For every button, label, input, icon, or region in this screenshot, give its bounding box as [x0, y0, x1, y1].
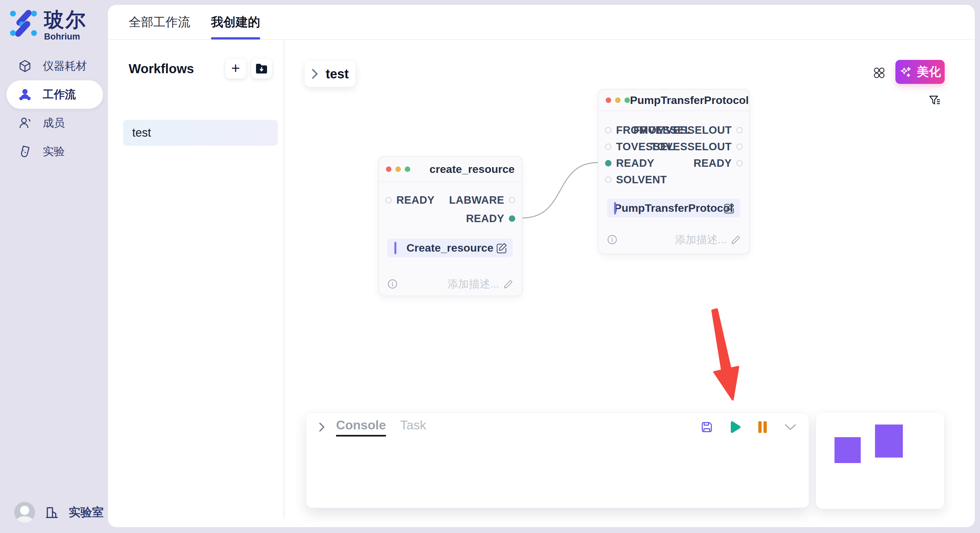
- node-title: PumpTransferProtocol: [630, 94, 749, 106]
- filter-icon[interactable]: [929, 94, 941, 106]
- node-action-label: Create_resource: [406, 241, 493, 254]
- node-action-label: PumpTransferProtocol: [614, 202, 733, 214]
- edit-icon[interactable]: [723, 202, 735, 214]
- run-button[interactable]: [728, 420, 741, 434]
- tab-task[interactable]: Task: [400, 418, 426, 436]
- building-icon: [45, 505, 59, 519]
- port-label: READY: [694, 157, 732, 169]
- sidebar-item-label: 仪器耗材: [43, 59, 87, 73]
- brand-name-zh: 玻尔: [44, 10, 87, 30]
- traffic-yellow-dot[interactable]: [615, 97, 620, 103]
- sidebar-nav: 仪器耗材 工作流 成员: [6, 52, 103, 166]
- description-placeholder[interactable]: 添加描述...: [447, 277, 499, 292]
- collapse-panel-button[interactable]: [784, 420, 797, 434]
- traffic-red-dot[interactable]: [386, 167, 391, 172]
- port-in-solvent[interactable]: [605, 176, 611, 183]
- sidebar: 玻尔 Bohrium 仪器耗材 工作流: [0, 0, 108, 533]
- description-placeholder[interactable]: 添加描述...: [675, 233, 727, 247]
- collapse-chevron-right-icon[interactable]: [318, 422, 325, 432]
- console-actions: [700, 420, 797, 434]
- traffic-green-dot[interactable]: [625, 97, 630, 103]
- avatar[interactable]: [14, 502, 35, 523]
- port-out-ready[interactable]: [736, 160, 743, 167]
- sparkles-icon: [899, 65, 912, 78]
- plus-icon: +: [231, 60, 240, 75]
- workflow-item-label: test: [132, 126, 151, 140]
- folder-import-icon: [255, 63, 268, 75]
- box-icon: [18, 59, 32, 73]
- brand-text: 玻尔 Bohrium: [44, 10, 87, 42]
- sidebar-item-label: 工作流: [43, 87, 76, 102]
- node-action-pump-transfer-protocol[interactable]: PumpTransferProtocol: [607, 199, 740, 217]
- add-workflow-button[interactable]: +: [225, 59, 246, 79]
- port-label: TOVESSELOUT: [651, 141, 732, 153]
- save-button[interactable]: [700, 420, 714, 434]
- beautify-label: 美化: [917, 64, 941, 80]
- experiment-icon: [18, 145, 32, 159]
- port-out-ready[interactable]: [509, 215, 515, 222]
- brand-logo: 玻尔 Bohrium: [10, 10, 87, 42]
- main-content: 全部工作流 我创建的 Workflows +: [108, 5, 975, 527]
- traffic-yellow-dot[interactable]: [395, 167, 401, 172]
- tab-console[interactable]: Console: [336, 418, 386, 436]
- traffic-dots: [606, 97, 630, 103]
- pill-accent-bar: [614, 202, 616, 214]
- traffic-green-dot[interactable]: [405, 167, 410, 172]
- info-icon[interactable]: [387, 279, 398, 289]
- sidebar-item-label: 实验: [43, 144, 65, 159]
- app-window: 玻尔 Bohrium 仪器耗材 工作流: [0, 0, 980, 533]
- sidebar-item-consumables[interactable]: 仪器耗材: [6, 52, 103, 80]
- node-create-resource[interactable]: create_resource READY LABWARE READY Crea…: [378, 156, 522, 296]
- pill-accent-bar: [395, 242, 396, 254]
- breadcrumb-label: test: [326, 67, 349, 81]
- traffic-red-dot[interactable]: [606, 97, 611, 103]
- node-pump-transfer-protocol[interactable]: PumpTransferProtocol FROMVESSEL FROMVESS…: [598, 89, 750, 254]
- workflow-canvas[interactable]: test 美化: [284, 40, 975, 527]
- node-title: create_resource: [430, 163, 515, 176]
- beautify-button[interactable]: 美化: [896, 60, 945, 84]
- brand-name-en: Bohrium: [44, 32, 87, 42]
- edit-icon[interactable]: [496, 242, 508, 254]
- workflow-list-item-test[interactable]: test: [123, 120, 278, 146]
- workspace-label[interactable]: 实验室: [69, 504, 104, 520]
- pause-icon: [757, 420, 768, 434]
- pencil-icon[interactable]: [504, 279, 513, 289]
- chevron-right-icon: [312, 68, 318, 79]
- tab-created-by-me[interactable]: 我创建的: [211, 5, 260, 40]
- tab-all-workflows[interactable]: 全部工作流: [129, 5, 190, 40]
- workflow-list-panel: Workflows + test: [108, 40, 283, 527]
- info-icon[interactable]: [607, 235, 617, 245]
- port-label: LABWARE: [449, 194, 504, 206]
- workflow-icon: [18, 88, 32, 102]
- play-icon: [728, 420, 741, 434]
- pause-button[interactable]: [756, 420, 769, 434]
- port-out-fromvesselout[interactable]: [736, 127, 743, 133]
- node-action-create-resource[interactable]: Create_resource: [387, 239, 513, 257]
- port-label: READY: [466, 213, 504, 225]
- bohrium-logo-icon: [10, 10, 37, 37]
- sidebar-item-label: 成员: [43, 116, 65, 130]
- port-out-tovesselout[interactable]: [736, 143, 743, 150]
- sidebar-item-workflows[interactable]: 工作流: [6, 80, 103, 109]
- workflow-breadcrumb[interactable]: test: [305, 61, 355, 87]
- command-grid-icon[interactable]: [873, 67, 885, 79]
- pencil-icon[interactable]: [731, 235, 741, 244]
- minimap-node-create-resource: [835, 437, 861, 463]
- console-panel: Console Task: [306, 412, 809, 508]
- chevron-down-icon: [784, 423, 797, 431]
- import-folder-button[interactable]: [251, 59, 272, 79]
- sidebar-item-experiments[interactable]: 实验: [6, 137, 103, 166]
- minimap[interactable]: [816, 412, 944, 509]
- port-out-labware[interactable]: [509, 197, 515, 203]
- panel-title: Workflows: [129, 62, 194, 76]
- save-icon: [700, 420, 713, 434]
- header-tabbar: 全部工作流 我创建的: [108, 5, 975, 40]
- minimap-node-pump-transfer-protocol: [875, 425, 903, 458]
- port-label: SOLVENT: [616, 174, 667, 186]
- sidebar-item-members[interactable]: 成员: [6, 109, 103, 137]
- traffic-dots: [386, 167, 410, 172]
- port-label: FROMVESSELOUT: [633, 124, 732, 136]
- sidebar-footer: 实验室: [14, 502, 104, 523]
- members-icon: [18, 116, 32, 130]
